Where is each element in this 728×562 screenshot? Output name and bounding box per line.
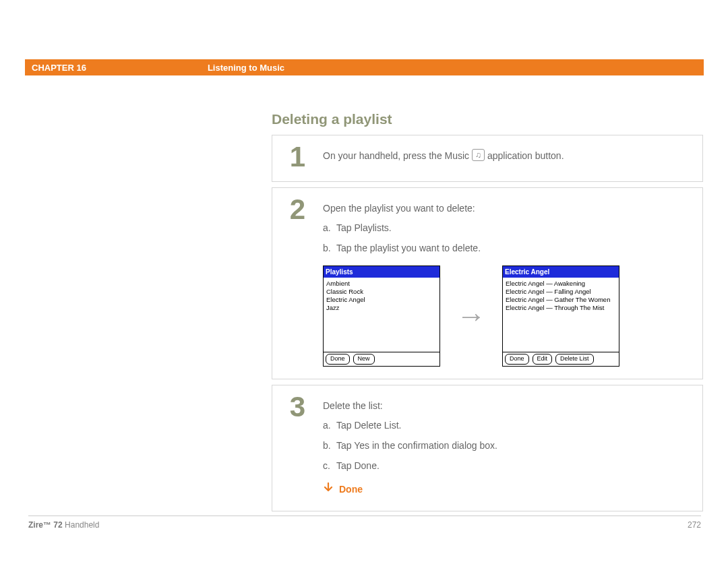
arrow-right-icon: → <box>456 293 486 339</box>
step-1-text-before: On your handheld, press the Music <box>323 150 472 161</box>
list-item: Electric Angel — Falling Angel <box>506 288 616 296</box>
step-number: 1 <box>272 135 323 181</box>
screen-content: Electric Angel — Awakening Electric Ange… <box>503 278 619 352</box>
step-2b: Tap the playlist you want to delete. <box>336 243 481 253</box>
screen-content: Ambient Classic Rock Electric Angel Jazz <box>324 278 439 352</box>
list-item: Electric Angel — Through The Mist <box>506 304 616 312</box>
step-3b: Tap Yes in the confirmation dialog box. <box>336 440 497 451</box>
done-button: Done <box>505 354 529 365</box>
sub-letter: b. <box>323 439 336 454</box>
list-item: Classic Rock <box>326 288 437 296</box>
screen-title: Electric Angel <box>503 266 619 278</box>
screenshots-row: Playlists Ambient Classic Rock Electric … <box>323 266 690 367</box>
music-icon: ♫ <box>472 149 485 161</box>
screen-title: Playlists <box>324 266 439 278</box>
playlist-detail-screen: Electric Angel Electric Angel — Awakenin… <box>502 266 619 367</box>
page-number: 272 <box>688 520 701 530</box>
step-3-body: Delete the list: a.Tap Delete List. b.Ta… <box>323 385 702 511</box>
product-name: Zire™ 72 Handheld <box>28 520 99 530</box>
step-number: 2 <box>272 188 323 379</box>
chapter-title: Listening to Music <box>208 63 284 73</box>
section-title: Deleting a playlist <box>272 111 392 127</box>
list-item: Electric Angel — Gather The Women <box>506 296 616 304</box>
chapter-label: CHAPTER 16 <box>32 63 86 73</box>
delete-list-button: Delete List <box>555 354 594 365</box>
arrow-down-icon <box>323 480 334 499</box>
page-footer: Zire™ 72 Handheld 272 <box>28 516 701 530</box>
step-3-intro: Delete the list: <box>323 399 690 414</box>
step-1: 1 On your handheld, press the Music ♫ ap… <box>272 135 703 182</box>
list-item: Electric Angel — Awakening <box>506 280 616 288</box>
step-1-body: On your handheld, press the Music ♫ appl… <box>323 135 702 181</box>
screen-buttons: Done Edit Delete List <box>503 352 619 366</box>
sub-letter: c. <box>323 459 336 474</box>
edit-button: Edit <box>533 354 553 365</box>
product-rest: Handheld <box>63 520 100 530</box>
sub-letter: b. <box>323 241 336 256</box>
product-model: Zire™ 72 <box>28 520 63 530</box>
step-2-intro: Open the playlist you want to delete: <box>323 201 690 216</box>
new-button: New <box>353 354 375 365</box>
done-indicator: Done <box>323 480 690 499</box>
step-number: 3 <box>272 385 323 511</box>
step-2: 2 Open the playlist you want to delete: … <box>272 187 703 379</box>
sub-letter: a. <box>323 418 336 433</box>
step-3: 3 Delete the list: a.Tap Delete List. b.… <box>272 385 703 512</box>
list-item: Ambient <box>326 280 437 288</box>
steps-container: 1 On your handheld, press the Music ♫ ap… <box>272 135 703 517</box>
sub-letter: a. <box>323 221 336 236</box>
list-item: Jazz <box>326 304 437 312</box>
done-label: Done <box>339 482 363 497</box>
playlists-screen: Playlists Ambient Classic Rock Electric … <box>323 266 440 367</box>
step-3a: Tap Delete List. <box>336 420 402 431</box>
step-2-body: Open the playlist you want to delete: a.… <box>323 188 702 379</box>
chapter-header-bar: CHAPTER 16 Listening to Music <box>25 59 704 75</box>
done-button: Done <box>326 354 350 365</box>
step-3c: Tap Done. <box>336 460 380 471</box>
step-1-text-after: application button. <box>487 150 564 161</box>
screen-buttons: Done New <box>324 352 439 366</box>
list-item: Electric Angel <box>326 296 437 304</box>
step-2a: Tap Playlists. <box>336 222 392 233</box>
